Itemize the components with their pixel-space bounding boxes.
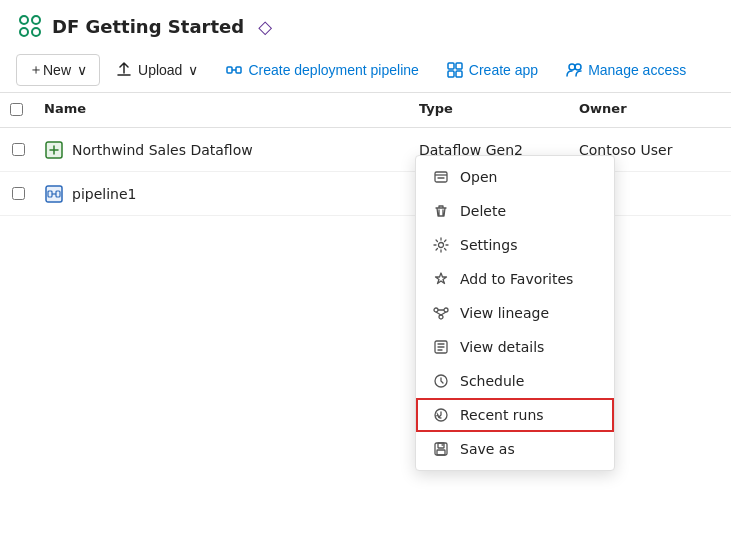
- row-name-cell-2: pipeline1 ☆: [36, 182, 411, 205]
- new-button[interactable]: ＋ New ∨: [16, 54, 100, 86]
- upload-chevron-icon: ∨: [188, 62, 198, 78]
- row-name-cell-1: Northwind Sales Dataflow ☆: [36, 138, 411, 161]
- svg-point-0: [20, 16, 28, 24]
- details-icon: [432, 338, 450, 356]
- svg-point-3: [32, 28, 40, 36]
- owner-col-header: Owner: [571, 101, 731, 119]
- checkbox-col-header: [0, 101, 36, 119]
- new-label: New: [43, 62, 71, 78]
- menu-item-favorites[interactable]: Add to Favorites: [416, 262, 614, 296]
- context-menu: Open Delete Settings Add to Favorites: [415, 155, 615, 471]
- create-app-button[interactable]: Create app: [435, 56, 550, 84]
- workspace-title: DF Getting Started: [52, 16, 244, 37]
- menu-item-schedule[interactable]: Schedule: [416, 364, 614, 398]
- table-row: pipeline1 ☆ User: [0, 172, 731, 216]
- save-as-icon: [432, 440, 450, 458]
- menu-item-delete[interactable]: Delete: [416, 194, 614, 228]
- upload-label: Upload: [138, 62, 182, 78]
- row-checkbox-1[interactable]: [0, 143, 36, 156]
- svg-point-17: [439, 243, 444, 248]
- menu-item-details[interactable]: View details: [416, 330, 614, 364]
- menu-schedule-label: Schedule: [460, 373, 524, 389]
- svg-point-19: [444, 308, 448, 312]
- menu-open-label: Open: [460, 169, 497, 185]
- table-row: Northwind Sales Dataflow ☆ Dataflow Gen2…: [0, 128, 731, 172]
- svg-point-2: [20, 28, 28, 36]
- menu-delete-label: Delete: [460, 203, 506, 219]
- delete-icon: [432, 202, 450, 220]
- item-name-1: Northwind Sales Dataflow: [72, 142, 253, 158]
- menu-item-settings[interactable]: Settings: [416, 228, 614, 262]
- menu-settings-label: Settings: [460, 237, 517, 253]
- manage-access-button[interactable]: Manage access: [554, 56, 698, 84]
- access-label: Manage access: [588, 62, 686, 78]
- menu-item-open[interactable]: Open: [416, 160, 614, 194]
- premium-icon: ◇: [258, 16, 272, 37]
- new-chevron-icon: ∨: [77, 62, 87, 78]
- toolbar: ＋ New ∨ Upload ∨ Create deployment pipel…: [0, 48, 731, 93]
- items-table: Name Type Owner Northwind Sales Dataflow…: [0, 93, 731, 216]
- svg-point-1: [32, 16, 40, 24]
- create-pipeline-button[interactable]: Create deployment pipeline: [214, 56, 430, 84]
- new-plus-icon: ＋: [29, 61, 43, 79]
- svg-point-10: [569, 64, 575, 70]
- workspace-icon: [16, 12, 44, 40]
- settings-icon: [432, 236, 450, 254]
- upload-button[interactable]: Upload ∨: [104, 56, 210, 84]
- workspace-header: DF Getting Started ◇: [0, 0, 731, 48]
- row-checkbox-2[interactable]: [0, 187, 36, 200]
- menu-item-lineage[interactable]: View lineage: [416, 296, 614, 330]
- svg-rect-26: [437, 450, 445, 455]
- schedule-icon: [432, 372, 450, 390]
- svg-rect-5: [236, 67, 241, 73]
- table-header: Name Type Owner: [0, 93, 731, 128]
- menu-item-save-as[interactable]: Save as: [416, 432, 614, 466]
- svg-rect-8: [448, 71, 454, 77]
- menu-item-recent-runs[interactable]: Recent runs: [416, 398, 614, 432]
- app-icon: [447, 62, 463, 78]
- svg-point-18: [434, 308, 438, 312]
- svg-point-20: [439, 315, 443, 319]
- recent-runs-icon: [432, 406, 450, 424]
- select-all-checkbox[interactable]: [10, 103, 23, 116]
- star-icon: [432, 270, 450, 288]
- pipeline-row-icon: [44, 184, 64, 204]
- pipeline-icon: [226, 62, 242, 78]
- svg-rect-4: [227, 67, 232, 73]
- svg-rect-7: [456, 63, 462, 69]
- menu-details-label: View details: [460, 339, 544, 355]
- name-col-header: Name: [36, 101, 411, 119]
- svg-point-11: [575, 64, 581, 70]
- svg-rect-6: [448, 63, 454, 69]
- item-name-2: pipeline1: [72, 186, 136, 202]
- menu-save-as-label: Save as: [460, 441, 515, 457]
- svg-rect-9: [456, 71, 462, 77]
- lineage-icon: [432, 304, 450, 322]
- dataflow-icon: [44, 140, 64, 160]
- open-icon: [432, 168, 450, 186]
- app-label: Create app: [469, 62, 538, 78]
- upload-icon: [116, 62, 132, 78]
- menu-favorites-label: Add to Favorites: [460, 271, 573, 287]
- type-col-header: Type: [411, 101, 571, 119]
- svg-rect-16: [435, 172, 447, 182]
- menu-recent-runs-label: Recent runs: [460, 407, 544, 423]
- menu-lineage-label: View lineage: [460, 305, 549, 321]
- access-icon: [566, 62, 582, 78]
- pipeline-label: Create deployment pipeline: [248, 62, 418, 78]
